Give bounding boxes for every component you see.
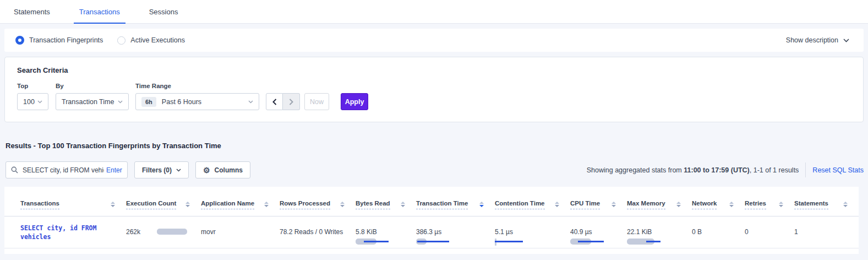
filters-button[interactable]: Filters (0) — [134, 161, 189, 178]
network-cell: 0 B — [692, 216, 745, 248]
stats-suffix: , 1-1 of 1 results — [750, 166, 799, 174]
results-heading: Results - Top 100 Transaction Fingerprin… — [6, 142, 868, 150]
column-header-label: Max Memory — [627, 200, 665, 209]
column-header-max-memory[interactable]: Max Memory — [627, 187, 692, 216]
tab-statements[interactable]: Statements — [8, 0, 56, 23]
column-header-statements[interactable]: Statements — [794, 187, 859, 216]
top-select-value: 100 — [23, 98, 35, 106]
contention-time-bargraph — [495, 239, 534, 246]
transaction-time-cell: 386.3 µs — [416, 216, 495, 248]
search-input[interactable]: SELECT city, id FROM vehicles W Enter — [6, 161, 128, 178]
previous-window-button[interactable] — [266, 93, 283, 110]
show-description-label: Show description — [786, 36, 838, 44]
transactions-table: Transactions Execution Count Application… — [4, 187, 859, 248]
column-header-bytes-read[interactable]: Bytes Read — [356, 187, 416, 216]
top-select[interactable]: 100 — [17, 93, 48, 110]
radio-active-executions[interactable]: Active Executions — [117, 36, 185, 45]
statements-cell: 1 — [794, 216, 859, 248]
max-memory-cell: 22.1 KiB — [627, 216, 692, 248]
chevron-down-icon — [248, 100, 253, 104]
reset-sql-stats-link[interactable]: Reset SQL Stats — [812, 166, 864, 174]
search-input-value: SELECT city, id FROM vehicles W — [23, 166, 104, 174]
time-range-value-wrap: 6h Past 6 Hours — [141, 97, 201, 107]
max-memory-bargraph — [627, 239, 667, 246]
table-header-row: Transactions Execution Count Application… — [4, 187, 859, 216]
chevron-down-icon — [118, 100, 123, 104]
time-window-pager — [266, 93, 300, 110]
column-header-label: Retries — [745, 200, 766, 209]
rows-processed-cell: 78.2 Reads / 0 Writes — [280, 216, 356, 248]
tab-transactions-label: Transactions — [79, 8, 120, 16]
retries-cell: 0 — [745, 216, 794, 248]
by-field: By Transaction Time — [56, 83, 135, 110]
search-criteria-title: Search Criteria — [17, 66, 851, 74]
sort-icon[interactable] — [729, 202, 734, 207]
search-icon — [11, 166, 18, 174]
column-header-cpu-time[interactable]: CPU Time — [570, 187, 627, 216]
sort-icon[interactable] — [843, 202, 848, 207]
sort-icon[interactable] — [676, 202, 681, 207]
vertical-divider — [805, 162, 806, 177]
column-header-retries[interactable]: Retries — [745, 187, 794, 216]
column-header-network[interactable]: Network — [692, 187, 745, 216]
chevron-right-icon — [289, 99, 293, 105]
now-button[interactable]: Now — [304, 93, 329, 110]
radio-unselected-icon[interactable] — [117, 36, 125, 45]
column-header-label: Transactions — [20, 200, 59, 209]
bytes-read-cell: 5.8 KiB — [356, 216, 416, 248]
by-select-value: Transaction Time — [62, 98, 114, 106]
top-label: Top — [17, 83, 56, 89]
time-range-field: Time Range 6h Past 6 Hours — [135, 83, 266, 110]
bytes-read-bargraph — [356, 239, 395, 246]
aggregated-stats-text: Showing aggregated stats from 11:00 to 1… — [587, 166, 799, 174]
cpu-time-bargraph — [570, 239, 610, 246]
radio-active-executions-label: Active Executions — [130, 36, 185, 44]
sort-icon[interactable] — [612, 202, 616, 207]
execution-count-cell: 262k — [126, 216, 201, 248]
column-header-rows-processed[interactable]: Rows Processed — [280, 187, 356, 216]
transactions-table-panel: Transactions Execution Count Application… — [4, 187, 859, 254]
transaction-cell: SELECT city, id FROM vehicles — [4, 216, 126, 248]
radio-selected-icon[interactable] — [15, 36, 24, 45]
stats-prefix: Showing aggregated stats from — [587, 166, 684, 174]
by-select[interactable]: Transaction Time — [56, 93, 129, 110]
column-header-contention-time[interactable]: Contention Time — [495, 187, 570, 216]
time-range-badge: 6h — [141, 97, 156, 107]
column-header-label: Execution Count — [126, 200, 176, 209]
column-header-transaction-time[interactable]: Transaction Time — [416, 187, 495, 216]
sort-icon[interactable] — [555, 202, 559, 207]
next-window-button[interactable] — [283, 93, 300, 110]
columns-button[interactable]: ⚙ Columns — [195, 161, 250, 178]
sort-icon[interactable] — [401, 202, 405, 207]
tab-sessions[interactable]: Sessions — [144, 0, 184, 23]
time-range-select[interactable]: 6h Past 6 Hours — [135, 93, 259, 110]
search-criteria-row: Top 100 By Transaction Time Time Range 6… — [17, 83, 851, 110]
column-header-execution-count[interactable]: Execution Count — [126, 187, 201, 216]
search-enter-button[interactable]: Enter — [106, 166, 122, 174]
time-range-label: Time Range — [135, 83, 266, 89]
toolbar-right: Showing aggregated stats from 11:00 to 1… — [587, 162, 864, 177]
column-header-application-name[interactable]: Application Name — [201, 187, 280, 216]
show-description-toggle[interactable]: Show description — [786, 36, 849, 44]
sort-desc-icon[interactable] — [479, 202, 484, 207]
column-header-label: Rows Processed — [280, 200, 330, 209]
transaction-fingerprint-link[interactable]: SELECT city, id FROM vehicles — [20, 224, 114, 241]
application-name-cell: movr — [201, 216, 280, 248]
column-header-label: Statements — [794, 200, 828, 209]
results-toolbar: SELECT city, id FROM vehicles W Enter Fi… — [6, 161, 864, 178]
sort-icon[interactable] — [779, 202, 783, 207]
apply-button[interactable]: Apply — [341, 93, 368, 110]
bytes-read-value: 5.8 KiB — [356, 228, 377, 236]
transaction-time-bargraph — [416, 239, 456, 246]
column-header-transactions[interactable]: Transactions — [4, 187, 126, 216]
transaction-time-value: 386.3 µs — [416, 228, 441, 236]
sort-icon[interactable] — [185, 202, 190, 207]
view-toggle-panel: Transaction Fingerprints Active Executio… — [4, 29, 864, 52]
sort-icon[interactable] — [111, 202, 115, 207]
radio-transaction-fingerprints[interactable]: Transaction Fingerprints — [15, 36, 103, 45]
sort-icon[interactable] — [264, 202, 269, 207]
cpu-time-cell: 40.9 µs — [570, 216, 627, 248]
chevron-left-icon — [272, 99, 277, 105]
sort-icon[interactable] — [340, 202, 345, 207]
tab-transactions[interactable]: Transactions — [74, 0, 125, 23]
